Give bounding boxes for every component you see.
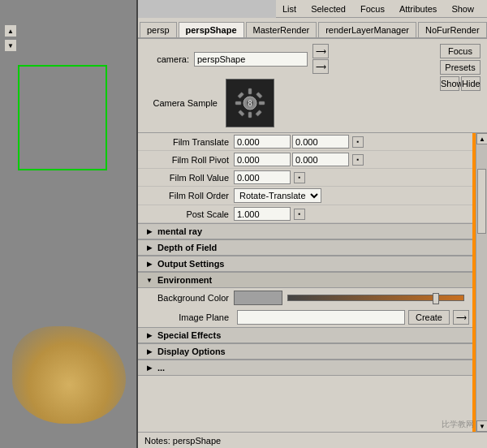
notes-label: Notes:	[144, 436, 170, 446]
environment-label: Environment	[157, 275, 212, 285]
menu-list[interactable]: List	[279, 3, 300, 15]
camera-label: camera:	[144, 54, 189, 64]
presets-button[interactable]: Presets	[440, 60, 481, 75]
film-roll-value-row: Film Roll Value ▪	[138, 169, 476, 187]
image-plane-label: Image Plane	[144, 312, 234, 322]
svg-rect-7	[256, 92, 262, 98]
background-color-row: Background Color	[138, 288, 476, 308]
display-options-section[interactable]: ▶ Display Options	[138, 343, 476, 360]
menu-bar: List Selected Focus Attributes Show Help	[276, 0, 487, 18]
scroll-up-btn[interactable]: ▲	[4, 24, 17, 37]
film-roll-pivot-row: Film Roll Pivot ▪	[138, 151, 476, 169]
depth-of-field-arrow: ▶	[144, 243, 154, 252]
film-roll-pivot-x[interactable]	[234, 153, 291, 166]
svg-rect-3	[248, 112, 252, 118]
scene-object	[12, 326, 126, 424]
post-scale-row: Post Scale ▪	[138, 205, 476, 223]
tab-masterrender[interactable]: MasterRender	[246, 22, 317, 37]
slider-thumb	[433, 293, 439, 304]
post-scale-icon[interactable]: ▪	[294, 209, 305, 220]
film-translate-label: Film Translate	[144, 137, 234, 147]
show-button[interactable]: Show	[440, 76, 459, 91]
film-roll-pivot-label: Film Roll Pivot	[144, 155, 234, 165]
content-panel: camera: ⟶ ⟶ Camera Sample	[138, 39, 487, 448]
image-plane-icon[interactable]: ⟶	[453, 310, 469, 325]
film-translate-icon[interactable]: ▪	[352, 136, 364, 148]
film-roll-value-icon[interactable]: ▪	[294, 172, 305, 183]
viewport[interactable]: ▲ ▼	[0, 0, 136, 448]
film-roll-pivot-icon[interactable]: ▪	[352, 154, 364, 166]
film-roll-value-label: Film Roll Value	[144, 173, 234, 183]
focus-button[interactable]: Focus	[440, 44, 481, 58]
more-label: ...	[157, 363, 165, 373]
svg-text:8: 8	[248, 99, 252, 108]
tab-nofurrender[interactable]: NoFurRender	[418, 22, 487, 37]
camera-btn-1[interactable]: ⟶	[312, 44, 329, 58]
tabs-row: persp perspShape MasterRender renderLaye…	[138, 18, 487, 39]
selection-rect	[18, 65, 107, 170]
film-translate-row: Film Translate ▪	[138, 133, 476, 151]
tab-perspshape[interactable]: perspShape	[179, 22, 244, 37]
color-swatch[interactable]	[234, 291, 282, 305]
menu-focus[interactable]: Focus	[357, 3, 388, 15]
mental-ray-label: mental ray	[157, 226, 202, 236]
notes-bar: Notes: perspShape	[138, 432, 487, 448]
more-section[interactable]: ▶ ...	[138, 360, 476, 376]
tab-renderlayermanager[interactable]: renderLayerManager	[318, 22, 416, 37]
svg-rect-2	[248, 88, 252, 94]
main-area: List Selected Focus Attributes Show Help…	[138, 0, 487, 448]
scrollbar-up-btn[interactable]: ▲	[476, 133, 487, 144]
film-roll-order-select[interactable]: Rotate-Translate Translate-Rotate	[234, 188, 321, 203]
post-scale-label: Post Scale	[144, 209, 234, 219]
menu-selected[interactable]: Selected	[308, 3, 349, 15]
watermark: 比学教网	[442, 419, 474, 430]
menu-show[interactable]: Show	[448, 3, 477, 15]
camera-input[interactable]	[194, 52, 308, 67]
camera-thumbnail: 8	[226, 79, 274, 127]
environment-arrow: ▼	[144, 275, 154, 285]
special-effects-label: Special Effects	[157, 330, 221, 340]
display-options-label: Display Options	[157, 347, 226, 356]
scrollbar-down-btn[interactable]: ▼	[476, 420, 487, 432]
svg-rect-9	[256, 110, 262, 116]
film-roll-order-label: Film Roll Order	[144, 191, 234, 200]
image-plane-input[interactable]	[237, 310, 405, 325]
svg-rect-8	[238, 110, 244, 116]
display-options-arrow: ▶	[144, 347, 154, 356]
hide-button[interactable]: Hide	[461, 76, 481, 91]
environment-section-header[interactable]: ▼ Environment	[138, 272, 476, 288]
depth-of-field-section[interactable]: ▶ Depth of Field	[138, 239, 476, 256]
create-button[interactable]: Create	[408, 310, 450, 325]
background-color-label: Background Color	[144, 293, 234, 303]
camera-sample-label: Camera Sample	[144, 98, 218, 108]
image-plane-row: Image Plane Create ⟶	[138, 308, 476, 327]
film-translate-x[interactable]	[234, 135, 291, 149]
output-settings-section[interactable]: ▶ Output Settings	[138, 256, 476, 272]
film-roll-order-row: Film Roll Order Rotate-Translate Transla…	[138, 187, 476, 205]
depth-of-field-label: Depth of Field	[157, 243, 217, 252]
notes-value: perspShape	[173, 436, 221, 446]
viewport-panel: ▲ ▼	[0, 0, 138, 448]
scrollbar-thumb	[477, 169, 486, 234]
menu-attributes[interactable]: Attributes	[396, 3, 440, 15]
camera-btn-2[interactable]: ⟶	[312, 59, 329, 74]
scroll-arrows: ▲ ▼	[4, 24, 17, 52]
special-effects-section[interactable]: ▶ Special Effects	[138, 327, 476, 343]
scroll-down-btn[interactable]: ▼	[4, 39, 17, 52]
scrollbar-track[interactable]	[476, 144, 487, 420]
film-roll-value-input[interactable]	[234, 170, 291, 184]
environment-content: Background Color Image Plane Create ⟶	[138, 288, 476, 327]
mental-ray-arrow: ▶	[144, 226, 154, 236]
svg-rect-6	[238, 92, 244, 98]
film-translate-y[interactable]	[292, 135, 349, 149]
svg-rect-5	[259, 101, 265, 105]
output-settings-label: Output Settings	[157, 259, 225, 269]
svg-rect-4	[235, 101, 241, 105]
special-effects-arrow: ▶	[144, 330, 154, 340]
more-arrow: ▶	[144, 363, 154, 373]
film-roll-pivot-y[interactable]	[292, 153, 349, 166]
post-scale-input[interactable]	[234, 207, 291, 221]
mental-ray-section[interactable]: ▶ mental ray	[138, 223, 476, 239]
color-slider[interactable]	[287, 295, 464, 301]
tab-persp[interactable]: persp	[140, 22, 177, 37]
